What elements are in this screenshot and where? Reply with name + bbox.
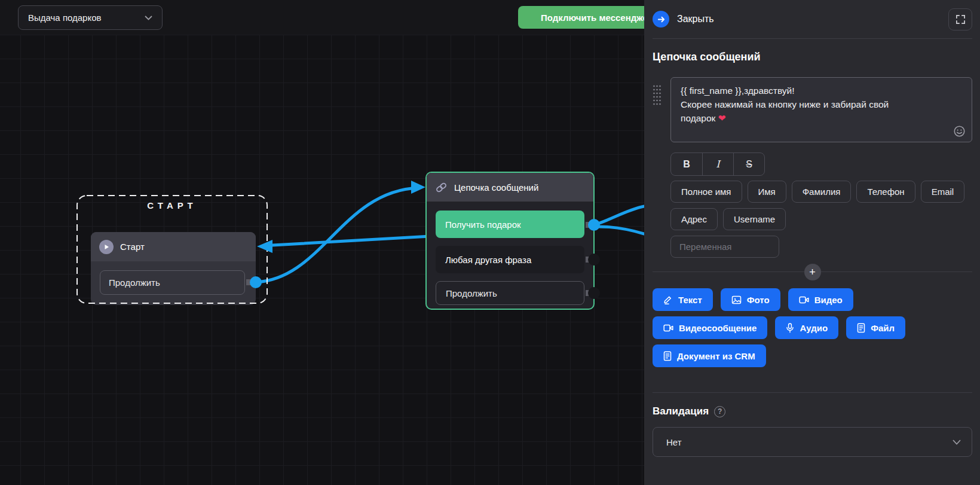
video-camera-icon	[663, 324, 673, 333]
validation-select[interactable]: Нет	[653, 427, 972, 457]
chain-button-continue-label: Продолжить	[446, 288, 497, 298]
attach-video-label: Видео	[814, 295, 843, 305]
attach-text-button[interactable]: Текст	[653, 288, 713, 311]
flow-canvas[interactable]: СТАРТ Старт Продолжить	[0, 0, 644, 485]
variable-chip-email[interactable]: Email	[921, 181, 965, 203]
validation-select-value: Нет	[666, 437, 682, 447]
top-bar: Выдача подарков Подключить мессенджер	[0, 0, 644, 35]
message-text-editor[interactable]: {{ first_name }},здравствуй! Скорее нажи…	[670, 77, 972, 142]
section-divider	[653, 392, 972, 393]
strikethrough-button[interactable]: S	[733, 153, 764, 175]
file-icon	[857, 323, 865, 333]
edge-gift-outgoing	[594, 206, 644, 225]
attach-video-button[interactable]: Видео	[788, 288, 853, 311]
attachment-buttons: Текст Фото Видео	[653, 288, 972, 367]
start-continue-label: Продолжить	[109, 277, 160, 288]
play-icon	[99, 240, 114, 254]
chain-button-any-phrase-label: Любая другая фраза	[445, 255, 531, 265]
chain-button-gift-label: Получить подарок	[445, 219, 521, 230]
heart-emoji: ❤	[718, 113, 726, 123]
start-node-card[interactable]: Старт Продолжить	[91, 232, 256, 305]
message-chain-node-body: Получить подарок Любая другая фраза Прод…	[427, 202, 593, 305]
video-camera-icon	[799, 295, 809, 304]
flow-selector-dropdown[interactable]: Выдача подарков	[18, 5, 163, 30]
arrowhead-into-chain	[411, 181, 425, 194]
pencil-icon	[663, 295, 673, 304]
variable-chip-username[interactable]: Username	[723, 208, 786, 230]
chain-button-continue[interactable]: Продолжить	[436, 281, 584, 305]
chevron-down-icon	[953, 440, 961, 445]
message-block: {{ first_name }},здравствуй! Скорее нажи…	[653, 77, 972, 142]
link-icon	[435, 181, 448, 194]
start-node-title: СТАРТ	[77, 200, 267, 211]
variable-chip-last-name[interactable]: Фамилия	[792, 181, 852, 203]
bold-button[interactable]: B	[671, 153, 702, 175]
message-line-2: Скорее нажимай на кнопку ниже и забирай …	[681, 97, 962, 111]
start-step-label: Старт	[120, 242, 145, 252]
flow-selector-value: Выдача подарков	[28, 13, 102, 23]
variable-input[interactable]	[670, 236, 779, 258]
attach-file-label: Файл	[871, 323, 895, 333]
attach-video-message-button[interactable]: Видеосообщение	[653, 316, 767, 339]
add-block-button[interactable]: +	[804, 264, 821, 280]
attach-file-button[interactable]: Файл	[846, 316, 905, 339]
message-chain-node[interactable]: Цепочка сообщений Получить подарок Любая…	[425, 172, 595, 310]
message-line-1: {{ first_name }},здравствуй!	[681, 84, 962, 97]
flow-builder-app: СТАРТ Старт Продолжить	[0, 0, 980, 485]
start-continue-button[interactable]: Продолжить	[100, 270, 245, 295]
fullscreen-icon	[956, 14, 966, 25]
variable-chip-address[interactable]: Адрес	[670, 208, 718, 230]
attach-audio-label: Аудио	[800, 323, 828, 333]
chain-button-any-phrase[interactable]: Любая другая фраза	[436, 246, 584, 273]
add-block-row: +	[653, 264, 972, 280]
validation-section-title: Валидация ?	[653, 405, 972, 417]
panel-section-title: Цепочка сообщений	[653, 51, 972, 63]
attach-audio-button[interactable]: Аудио	[775, 316, 838, 339]
chain-button-gift[interactable]: Получить подарок	[436, 211, 584, 238]
edge-start-to-chain	[256, 188, 418, 282]
help-icon[interactable]: ?	[714, 406, 725, 417]
connect-messenger-button[interactable]: Подключить мессенджер	[518, 6, 644, 29]
message-line-3: подарок ❤	[681, 111, 962, 125]
start-node[interactable]: СТАРТ Старт Продолжить	[77, 196, 267, 303]
variable-chip-first-name[interactable]: Имя	[748, 181, 786, 203]
drag-handle-icon[interactable]	[653, 84, 661, 106]
validation-label: Валидация	[653, 405, 709, 417]
variable-chip-full-name[interactable]: Полное имя	[670, 181, 742, 203]
format-toolbar: B I S	[670, 152, 765, 176]
start-step-row[interactable]: Старт	[91, 232, 256, 261]
photo-icon	[731, 295, 742, 305]
italic-button[interactable]: I	[702, 153, 733, 175]
close-panel-label[interactable]: Закрыть	[677, 14, 714, 25]
message-chain-node-title: Цепочка сообщений	[454, 182, 538, 193]
fullscreen-button[interactable]	[948, 8, 972, 30]
message-chain-node-header[interactable]: Цепочка сообщений	[427, 173, 593, 202]
settings-panel: Закрыть Цепочка сообщений {{ first_name …	[644, 0, 980, 485]
microphone-icon	[786, 323, 794, 333]
attach-photo-label: Фото	[747, 295, 770, 305]
document-icon	[663, 351, 672, 361]
attach-photo-button[interactable]: Фото	[721, 288, 780, 311]
attach-text-label: Текст	[678, 295, 702, 305]
attach-crm-document-label: Документ из CRM	[677, 351, 755, 361]
chevron-down-icon	[145, 16, 152, 20]
variable-chip-phone[interactable]: Телефон	[856, 181, 915, 203]
panel-header: Закрыть	[653, 0, 972, 39]
attach-video-message-label: Видеосообщение	[679, 323, 757, 333]
arrow-right-icon	[657, 15, 666, 24]
close-panel-button[interactable]	[653, 11, 669, 28]
attach-crm-document-button[interactable]: Документ из CRM	[653, 344, 766, 367]
variable-chips: Полное имя Имя Фамилия Телефон Email Адр…	[670, 181, 972, 230]
emoji-picker-icon[interactable]	[953, 125, 966, 138]
